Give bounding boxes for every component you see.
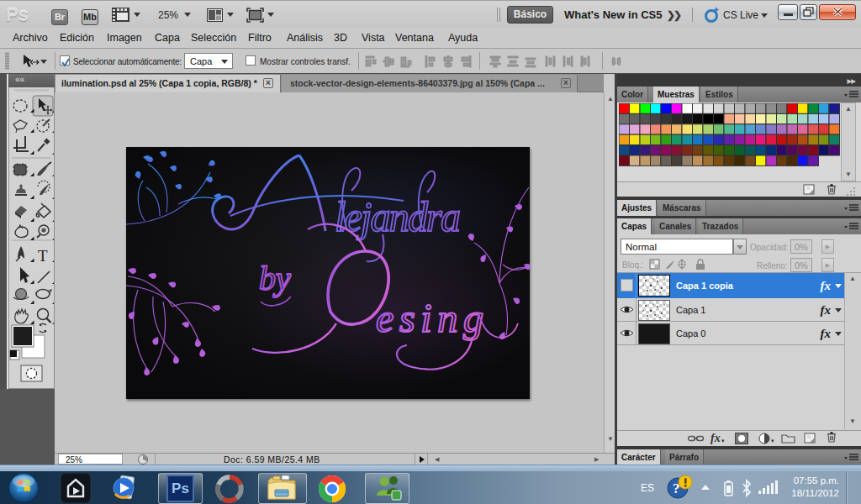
svg-text:by: by xyxy=(259,260,291,297)
svg-text:esing: esing xyxy=(376,296,483,340)
svg-text:T: T xyxy=(38,247,48,265)
